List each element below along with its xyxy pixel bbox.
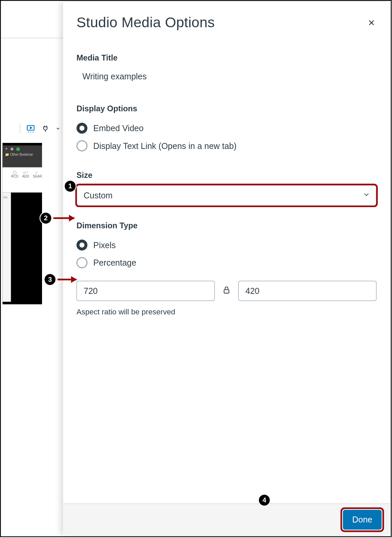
annotation-badge-3: 3 xyxy=(44,273,56,286)
chevron-down-icon xyxy=(55,126,61,131)
media-embed-icon xyxy=(26,124,36,133)
annotation-badge-2: 2 xyxy=(40,212,52,225)
annotation-badge-4: 4 xyxy=(258,494,271,507)
size-select-value: Custom xyxy=(84,191,113,200)
svg-marker-1 xyxy=(30,127,32,129)
plug-icon xyxy=(41,124,50,134)
width-input[interactable] xyxy=(77,281,215,301)
radio-icon-selected xyxy=(77,123,88,134)
background-thumbnail: ✦▣ 📁 Other Bookmar ◯RCD ▭⁺ADD ⌕SEAR ns xyxy=(3,143,42,304)
radio-label: Percentage xyxy=(93,258,136,268)
radio-pixels[interactable]: Pixels xyxy=(77,236,377,254)
size-select[interactable]: Custom xyxy=(77,185,377,206)
dimension-type-label: Dimension Type xyxy=(77,221,377,231)
done-button-label: Done xyxy=(352,515,373,524)
close-icon xyxy=(368,18,375,28)
panel-title: Studio Media Options xyxy=(77,14,215,31)
aspect-ratio-note: Aspect ratio will be preserved xyxy=(77,308,377,316)
background-divider xyxy=(1,38,64,38)
background-toolbar xyxy=(20,124,61,134)
height-input[interactable] xyxy=(238,281,377,301)
radio-icon xyxy=(77,257,88,268)
size-label: Size xyxy=(77,171,377,180)
chevron-down-icon xyxy=(363,191,370,200)
annotation-arrow-2 xyxy=(53,217,75,219)
lock-icon xyxy=(222,285,231,297)
radio-label: Pixels xyxy=(93,240,116,250)
annotation-arrow-3 xyxy=(57,279,76,280)
radio-icon-selected xyxy=(77,240,88,251)
bookmarks-label: Other Bookmar xyxy=(10,153,33,156)
annotation-badge-1: 1 xyxy=(64,180,77,193)
radio-label: Display Text Link (Opens in a new tab) xyxy=(93,141,237,151)
media-title-value: Writing examples xyxy=(82,72,377,82)
radio-embed-video[interactable]: Embed Video xyxy=(77,119,377,137)
radio-icon xyxy=(77,141,88,152)
close-button[interactable] xyxy=(366,16,377,31)
display-options-label: Display Options xyxy=(77,104,377,114)
media-options-panel: Studio Media Options Media Title Writing… xyxy=(63,2,390,536)
radio-percentage[interactable]: Percentage xyxy=(77,254,377,272)
radio-label: Embed Video xyxy=(93,123,144,133)
media-title-label: Media Title xyxy=(77,53,377,63)
panel-footer: Done xyxy=(63,504,390,536)
svg-rect-7 xyxy=(224,290,229,293)
done-button[interactable]: Done xyxy=(343,510,382,530)
radio-text-link[interactable]: Display Text Link (Opens in a new tab) xyxy=(77,137,377,155)
